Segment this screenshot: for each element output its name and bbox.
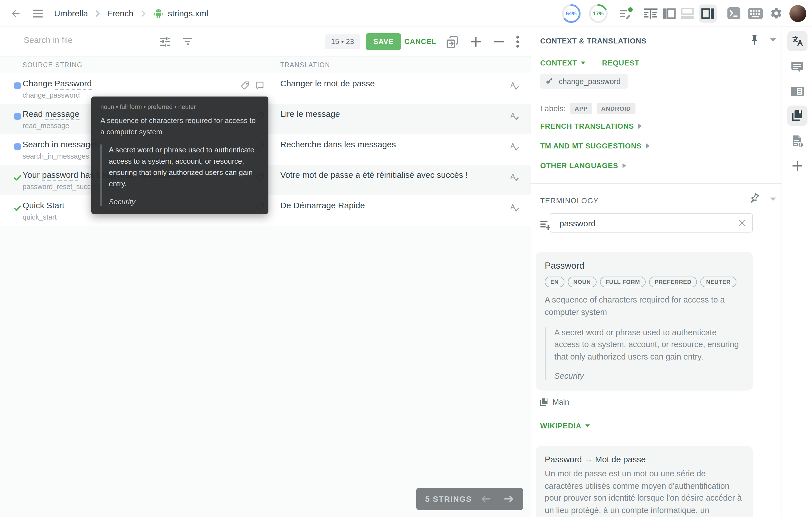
pin-icon[interactable] [750,34,759,45]
term-source-label: Security [109,197,259,206]
app-window: Umbrella French strings.xml 64% [0,0,812,517]
glossary-row: Main [539,397,753,407]
side-by-side-view-icon[interactable] [643,7,658,20]
left-panel-view-icon[interactable] [663,7,676,20]
source-string: Read message [23,109,80,118]
terminology-panel-icon[interactable] [787,106,808,126]
console-icon[interactable] [727,7,741,20]
tm-mt-suggestions-section[interactable]: TM AND MT SUGGESTIONS [540,142,649,150]
spellcheck-icon[interactable]: A [509,80,520,91]
breadcrumb-file[interactable]: strings.xml [168,8,208,18]
filter-icon[interactable] [181,35,194,47]
zoom-out-icon[interactable] [493,35,505,48]
translation-text[interactable]: Lire le message [280,109,340,118]
approved-progress-ring[interactable]: 17% [588,3,608,23]
string-key-value: change_password [559,77,620,85]
context-card-panel-icon[interactable] [787,81,808,102]
bottom-panel-view-icon[interactable] [680,7,694,20]
wikipedia-entry-title: Password → Mot de passe [545,454,744,464]
glossary-term[interactable]: message [45,109,80,120]
label-chip[interactable]: APP [570,103,592,114]
spellcheck-icon[interactable]: A [509,202,520,213]
terminology-search-input[interactable] [558,218,730,228]
other-languages-section[interactable]: OTHER LANGUAGES [540,161,626,170]
term-quote-block: A secret word or phrase used to authenti… [545,327,744,380]
hamburger-menu-icon[interactable] [33,9,43,18]
translation-column-header: TRANSLATION [280,61,330,68]
spellcheck-icon[interactable]: A [509,171,520,183]
status-translated-icon [14,113,21,120]
comment-icon[interactable] [255,81,264,90]
back-icon[interactable] [10,8,22,19]
term-quote-block: A secret word or phrase used to authenti… [100,144,259,206]
chevron-right-icon [141,10,145,17]
user-avatar[interactable] [789,5,806,22]
translation-text[interactable]: De Démarrage Rapide [280,200,365,210]
terminology-pin-icon[interactable] [750,194,759,204]
top-bar: Umbrella French strings.xml 64% [0,0,812,27]
glossary-name: Main [553,398,569,406]
wikipedia-entry-text: Un mot de passe est un mot ou une série … [545,468,744,517]
term-tag: EN [545,277,564,287]
french-translations-section[interactable]: FRENCH TRANSLATIONS [540,122,642,130]
tag-icon[interactable] [240,81,250,90]
label-chip[interactable]: ANDROID [597,103,636,114]
copy-source-icon[interactable] [445,35,460,50]
glossary-term[interactable]: password [42,170,78,181]
advanced-filter-icon[interactable] [158,35,172,49]
translation-text[interactable]: Recherche dans les messages [280,139,396,149]
source-column-header: SOURCE STRING [23,61,83,68]
prev-page-icon[interactable] [481,494,492,504]
chevron-down-icon [585,425,590,427]
terminology-collapse-chevron-icon[interactable] [770,197,776,201]
svg-text:A: A [510,202,515,211]
file-info-panel-icon[interactable] [787,131,808,151]
approved-progress-value: 17% [588,3,608,23]
translated-progress-ring[interactable]: 64% [561,3,581,23]
wikipedia-section-toggle[interactable]: WIKIPEDIA [540,421,753,430]
breadcrumb-project[interactable]: Umbrella [54,8,88,18]
chevron-right-icon [639,124,642,129]
tab-context[interactable]: CONTEXT [540,59,585,67]
term-tag: NEUTER [700,277,736,287]
comments-panel-icon[interactable] [787,56,808,77]
svg-text:A: A [510,142,515,150]
string-key-chip[interactable]: change_password [540,74,627,89]
glossary-book-icon [539,397,549,407]
clear-search-icon[interactable] [737,218,747,227]
labels-caption: Labels: [540,104,566,113]
source-string: Change Password [23,78,92,88]
term-tag: NOUN [568,277,596,287]
translations-panel-icon[interactable] [787,31,808,51]
tasks-edit-icon[interactable] [618,6,633,20]
add-panel-icon[interactable] [787,156,808,176]
zoom-in-icon[interactable] [470,35,482,48]
translation-text[interactable]: Votre mot de passe a été réinitialisé av… [280,170,468,180]
next-page-icon[interactable] [503,494,514,504]
keyboard-shortcuts-icon[interactable] [748,8,763,19]
string-key: read_message [23,122,69,130]
translation-text[interactable]: Changer le mot de passe [280,78,375,88]
chevron-down-icon [581,61,585,64]
breadcrumb-language[interactable]: French [107,8,133,18]
tab-request[interactable]: REQUEST [602,59,639,67]
settings-gear-icon[interactable] [770,7,783,20]
spellcheck-icon[interactable]: A [509,111,520,122]
term-tag: PREFERRED [649,277,697,287]
translated-progress-value: 64% [561,3,581,23]
search-input[interactable] [23,34,149,45]
string-key: search_in_messages [23,153,89,160]
save-button[interactable]: SAVE [366,33,401,50]
status-translated-icon [14,143,21,150]
cancel-button[interactable]: CANCEL [404,37,436,46]
right-panel-view-icon[interactable] [699,4,717,22]
spellcheck-icon[interactable]: A [509,141,520,153]
table-header: SOURCE STRING TRANSLATION [0,56,531,73]
more-options-icon[interactable] [516,35,519,49]
android-icon [152,8,164,19]
terminology-card: Password EN NOUN FULL FORM PREFERRED NEU… [536,252,753,390]
breadcrumb: Umbrella French strings.xml [54,8,208,19]
glossary-term[interactable]: Password [54,78,92,90]
status-translated-icon [14,82,21,89]
panel-collapse-chevron-icon[interactable] [770,38,776,42]
